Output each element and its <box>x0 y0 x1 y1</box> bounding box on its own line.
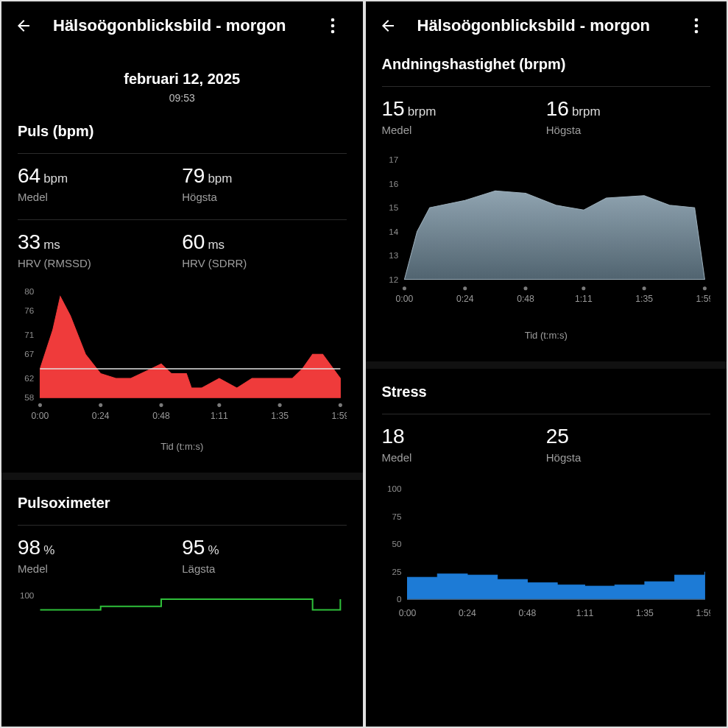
pulse-avg: 64bpm Medel <box>18 166 182 203</box>
svg-text:0:00: 0:00 <box>398 608 416 618</box>
svg-text:0:48: 0:48 <box>517 294 534 304</box>
hrv-sdrr: 60ms HRV (SDRR) <box>182 232 346 269</box>
svg-text:67: 67 <box>24 349 34 358</box>
svg-text:13: 13 <box>389 250 398 260</box>
svg-text:75: 75 <box>392 512 401 521</box>
svg-text:12: 12 <box>389 275 398 284</box>
svg-text:50: 50 <box>392 540 401 549</box>
date-text: februari 12, 2025 <box>1 71 363 88</box>
breath-high: 16brpm Högsta <box>546 99 710 136</box>
svg-text:25: 25 <box>392 567 401 576</box>
svg-point-10 <box>38 403 42 407</box>
stress-avg: 18 Medel <box>382 426 546 464</box>
svg-text:1:11: 1:11 <box>211 411 228 421</box>
time-text: 09:53 <box>1 92 363 104</box>
svg-point-40 <box>642 286 646 290</box>
pulse-section: Puls (bpm) 64bpm Medel 79bpm Högsta 33ms… <box>1 108 363 459</box>
svg-text:16: 16 <box>389 179 398 188</box>
x-caption: Tid (t:m:s) <box>382 330 711 341</box>
svg-point-16 <box>217 403 221 407</box>
svg-point-23 <box>695 18 699 22</box>
date-block: februari 12, 2025 09:53 <box>1 50 363 108</box>
stress-high: 25 Högsta <box>546 426 710 464</box>
svg-point-24 <box>695 24 699 28</box>
svg-point-1 <box>331 24 334 28</box>
stress-chart: 10075502500:000:240:481:111:351:59 <box>382 480 711 629</box>
pulseox-section: Pulsoximeter 98% Medel 95% Lägsta 100 <box>1 480 363 639</box>
x-caption: Tid (t:m:s) <box>18 441 347 452</box>
svg-text:62: 62 <box>24 373 34 383</box>
svg-text:15: 15 <box>389 202 398 212</box>
svg-point-20 <box>339 403 342 407</box>
breath-title: Andningshastighet (brpm) <box>382 56 711 73</box>
svg-text:0:00: 0:00 <box>395 294 413 304</box>
breath-avg: 15brpm Medel <box>382 99 546 136</box>
pulseox-title: Pulsoximeter <box>18 495 347 512</box>
kebab-menu-icon[interactable] <box>331 18 348 34</box>
svg-text:1:11: 1:11 <box>574 294 592 304</box>
svg-point-2 <box>331 30 334 34</box>
svg-text:0:24: 0:24 <box>456 294 473 304</box>
svg-point-32 <box>402 286 406 290</box>
svg-text:17: 17 <box>389 155 398 164</box>
svg-text:0:24: 0:24 <box>459 608 476 618</box>
pulse-title: Puls (bpm) <box>18 123 347 140</box>
svg-text:0:48: 0:48 <box>152 411 170 421</box>
svg-text:58: 58 <box>24 392 34 402</box>
pulseox-avg: 98% Medel <box>18 537 182 575</box>
pane-left: Hälsoögonblicksbild - morgon februari 12… <box>1 1 363 727</box>
svg-text:1:59: 1:59 <box>332 411 347 421</box>
svg-point-42 <box>702 286 706 290</box>
svg-text:1:59: 1:59 <box>696 608 710 618</box>
app-title: Hälsoögonblicksbild - morgon <box>417 16 674 35</box>
svg-text:0: 0 <box>396 595 401 604</box>
svg-text:100: 100 <box>386 484 401 493</box>
pulseox-chart: 100 <box>18 591 347 636</box>
svg-text:1:11: 1:11 <box>576 608 593 618</box>
pulse-chart: 8076716762580:000:240:481:111:351:59 <box>18 286 347 428</box>
svg-text:14: 14 <box>389 227 398 236</box>
back-icon[interactable] <box>379 17 397 35</box>
svg-point-25 <box>695 30 699 34</box>
svg-text:1:35: 1:35 <box>271 411 289 421</box>
breath-section: Andningshastighet (brpm) 15brpm Medel 16… <box>366 50 727 348</box>
svg-text:1:35: 1:35 <box>635 294 653 304</box>
svg-text:0:00: 0:00 <box>32 411 49 421</box>
svg-point-0 <box>331 18 334 22</box>
svg-point-18 <box>278 403 282 407</box>
pulse-high: 79bpm Högsta <box>182 166 346 203</box>
svg-text:1:59: 1:59 <box>696 294 710 304</box>
back-icon[interactable] <box>15 17 32 35</box>
pulseox-low: 95% Lägsta <box>182 537 346 575</box>
svg-point-38 <box>582 286 585 290</box>
svg-text:100: 100 <box>20 591 35 600</box>
breath-chart: 1716151413120:000:240:481:111:351:59 <box>382 152 711 317</box>
hrv-rmssd: 33ms HRV (RMSSD) <box>18 232 182 269</box>
header-left: Hälsoögonblicksbild - morgon <box>1 1 363 50</box>
svg-text:71: 71 <box>24 330 34 339</box>
svg-text:0:24: 0:24 <box>92 411 110 421</box>
kebab-menu-icon[interactable] <box>694 18 712 34</box>
svg-text:1:35: 1:35 <box>636 608 654 618</box>
svg-text:80: 80 <box>24 286 34 296</box>
svg-point-34 <box>463 286 467 290</box>
stress-section: Stress 18 Medel 25 Högsta 10075502500:00… <box>366 369 727 632</box>
svg-text:76: 76 <box>24 305 34 315</box>
stress-title: Stress <box>382 384 711 400</box>
app-title: Hälsoögonblicksbild - morgon <box>53 16 310 35</box>
header-right: Hälsoögonblicksbild - morgon <box>366 1 727 50</box>
svg-point-14 <box>159 403 163 407</box>
svg-text:0:48: 0:48 <box>518 608 536 618</box>
pane-right: Hälsoögonblicksbild - morgon Andningshas… <box>366 1 727 727</box>
svg-point-12 <box>99 403 102 407</box>
svg-point-36 <box>523 286 527 290</box>
